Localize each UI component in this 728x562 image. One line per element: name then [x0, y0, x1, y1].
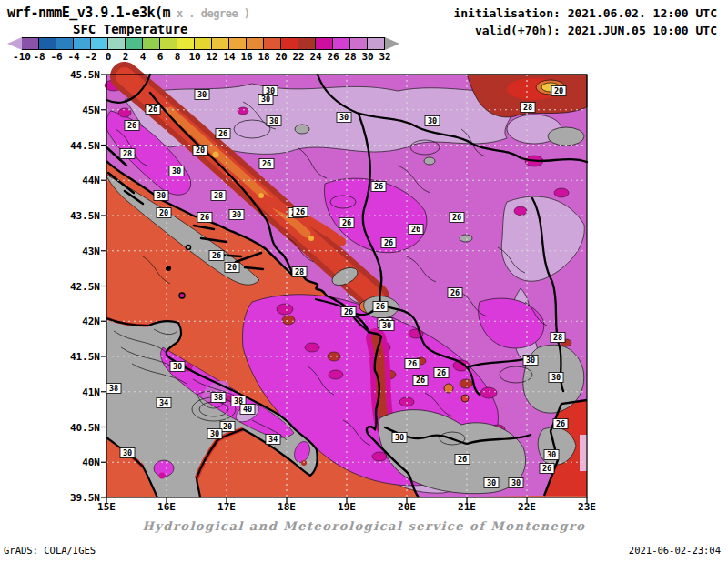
svg-text:30: 30 [123, 448, 132, 457]
lat-tick-label: 40N [51, 457, 100, 468]
contour-label: 34 [266, 435, 280, 445]
svg-text:30: 30 [210, 429, 219, 438]
contour-label: 30 [258, 95, 273, 105]
weather-map-page: { "header": { "model_title": "wrf-nmmE_v… [0, 0, 728, 562]
svg-text:26: 26 [450, 288, 460, 297]
colorbar-tick-label: -8 [33, 51, 45, 63]
svg-text:26: 26 [218, 129, 228, 138]
contour-label: 40 [240, 405, 255, 415]
svg-text:30: 30 [157, 191, 166, 200]
svg-text:30: 30 [197, 90, 207, 99]
colorbar-tick-labels: -10-8-6-4-202468101214161820222426283032 [7, 51, 426, 64]
colorbar-tick-label: -6 [50, 51, 62, 63]
colorbar-under-arrow [7, 37, 22, 50]
contour-label: 26 [455, 455, 470, 465]
svg-text:26: 26 [542, 464, 551, 473]
lat-tick-label: 44N [51, 175, 100, 186]
contour-label: 30 [484, 478, 499, 488]
contour-label: 26 [540, 464, 554, 474]
svg-text:28: 28 [214, 191, 223, 200]
map-area: 3030302626303028262026303028202630262626… [106, 75, 587, 497]
colorbar-tick-label: 30 [361, 51, 373, 63]
svg-text:40: 40 [243, 405, 252, 414]
contour-label: 30 [154, 191, 168, 201]
contour-label: 26 [339, 218, 354, 228]
colorbar-segment [108, 37, 126, 50]
contour-label: 30 [337, 113, 351, 123]
svg-text:26: 26 [296, 207, 305, 216]
svg-text:30: 30 [526, 356, 535, 365]
colorbar-tick-label: 4 [140, 51, 147, 63]
lat-tick-label: 43.5N [51, 210, 100, 222]
contour-label: 26 [371, 182, 386, 192]
svg-text:30: 30 [261, 95, 270, 104]
contour-label: 20 [157, 208, 171, 218]
contour-label: 30 [523, 356, 538, 366]
colorbar-tick-label: 10 [188, 51, 200, 63]
svg-text:30: 30 [339, 113, 349, 122]
svg-text:26: 26 [411, 225, 420, 234]
svg-text:26: 26 [127, 121, 136, 130]
colorbar-segment [229, 37, 247, 50]
colorbar-segment [126, 37, 143, 50]
lat-tick-label: 45.5N [51, 69, 100, 81]
colorbar-segment [264, 37, 281, 50]
svg-text:34: 34 [159, 398, 168, 407]
svg-text:26: 26 [376, 302, 385, 311]
colorbar-segment [160, 37, 177, 50]
svg-text:34: 34 [268, 435, 278, 444]
colorbar-tick-label: 24 [309, 51, 321, 63]
lat-tick-label: 45N [51, 105, 100, 116]
svg-text:38: 38 [214, 393, 223, 402]
svg-text:26: 26 [212, 251, 221, 260]
colorbar-tick-label: 8 [175, 51, 181, 63]
svg-text:26: 26 [416, 376, 425, 385]
svg-text:26: 26 [200, 213, 209, 222]
contour-label: 30 [169, 166, 184, 176]
svg-text:28: 28 [123, 149, 132, 158]
svg-text:20: 20 [228, 263, 237, 272]
colorbar-tick-label: -4 [67, 51, 79, 63]
contour-label: 28 [292, 267, 307, 277]
colorbar-tick-label: 6 [157, 51, 164, 63]
model-title: wrf-nmmE_v3.9.1-e3k(m x . degree ) [7, 5, 250, 21]
colorbar-segment [212, 37, 229, 50]
contour-label: 30 [544, 450, 559, 460]
svg-text:26: 26 [148, 105, 157, 114]
svg-text:26: 26 [437, 368, 446, 377]
colorbar-tick-label: 18 [258, 51, 269, 63]
colorbar-tick-label: 12 [206, 51, 217, 63]
colorbar-tick-label: 26 [327, 51, 339, 63]
svg-text:20: 20 [196, 146, 205, 155]
contour-label: 30 [425, 116, 440, 126]
svg-text:30: 30 [173, 362, 182, 371]
contour-label: 28 [211, 191, 226, 201]
coastal-pink-strip [580, 435, 587, 471]
svg-text:30: 30 [395, 433, 404, 442]
svg-text:28: 28 [523, 103, 532, 112]
temperature-map: 3030302626303028262026303028202630262626… [106, 75, 587, 497]
colorbar-segment [177, 37, 195, 50]
contour-label: 30 [379, 321, 394, 331]
contour-label: 26 [450, 213, 464, 223]
contour-label: 28 [120, 149, 135, 159]
contour-label: 20 [193, 146, 207, 156]
lat-tick-label: 43N [51, 246, 100, 257]
contour-label: 28 [521, 103, 535, 113]
svg-text:20: 20 [554, 86, 563, 95]
island-magenta [179, 293, 185, 298]
generation-timestamp: 2021-06-02-23:04 [629, 545, 721, 556]
svg-text:26: 26 [344, 307, 353, 316]
contour-label: 20 [225, 263, 239, 273]
contour-label: 30 [207, 429, 222, 439]
svg-text:26: 26 [458, 455, 467, 464]
lake-prespa [461, 395, 469, 402]
svg-text:30: 30 [232, 210, 241, 219]
colorbar-tick-label: -2 [85, 51, 96, 63]
colorbar-segment [91, 37, 108, 50]
svg-text:30: 30 [172, 166, 181, 176]
colorbar-segment [22, 37, 39, 50]
colorbar-segment [39, 37, 56, 50]
contour-label: 26 [125, 121, 139, 131]
contour-label: 26 [259, 159, 274, 169]
